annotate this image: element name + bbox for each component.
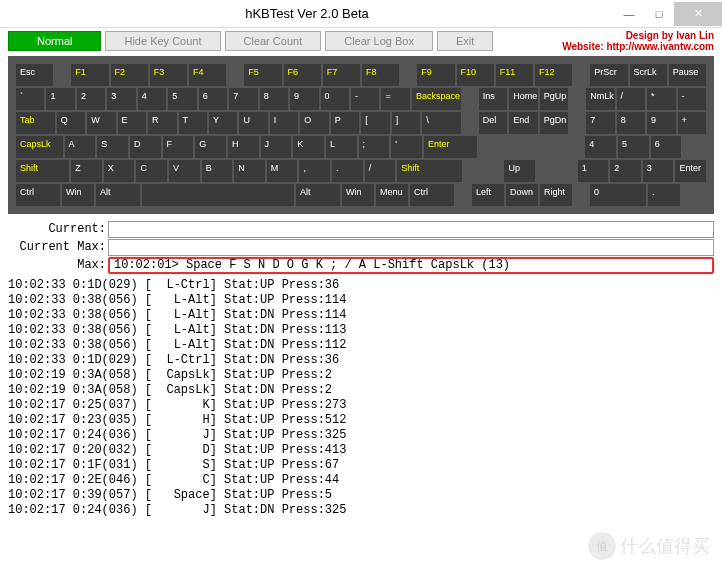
key-[interactable]: ;: [359, 136, 390, 158]
key-[interactable]: ': [391, 136, 422, 158]
key-8[interactable]: 8: [617, 112, 645, 134]
key-o[interactable]: O: [300, 112, 328, 134]
key-ctrl[interactable]: Ctrl: [410, 184, 454, 206]
key-shift[interactable]: Shift: [397, 160, 462, 182]
key-alt[interactable]: Alt: [296, 184, 340, 206]
log-box[interactable]: 10:02:33 0:1D(029) [ L-Ctrl] Stat:UP Pre…: [0, 276, 722, 526]
key-home[interactable]: Home: [509, 88, 537, 110]
key-[interactable]: ]: [392, 112, 420, 134]
clear-count-button[interactable]: Clear Count: [225, 31, 322, 51]
key-[interactable]: .: [332, 160, 363, 182]
key-e[interactable]: E: [118, 112, 146, 134]
key-6[interactable]: 6: [199, 88, 227, 110]
key-j[interactable]: J: [261, 136, 292, 158]
key-win[interactable]: Win: [62, 184, 94, 206]
key-[interactable]: `: [16, 88, 44, 110]
key-f7[interactable]: F7: [323, 64, 360, 86]
key-w[interactable]: W: [87, 112, 115, 134]
key-[interactable]: -: [351, 88, 379, 110]
key-d[interactable]: D: [130, 136, 161, 158]
key-1[interactable]: 1: [46, 88, 74, 110]
key-left[interactable]: Left: [472, 184, 504, 206]
key-[interactable]: =: [381, 88, 409, 110]
key-[interactable]: *: [647, 88, 675, 110]
key-ins[interactable]: Ins: [479, 88, 507, 110]
key-f[interactable]: F: [163, 136, 194, 158]
key-y[interactable]: Y: [209, 112, 237, 134]
key-capslk[interactable]: CapsLk: [16, 136, 63, 158]
key-0[interactable]: 0: [321, 88, 349, 110]
key-0[interactable]: 0: [590, 184, 646, 206]
key-b[interactable]: B: [202, 160, 233, 182]
key-f3[interactable]: F3: [150, 64, 187, 86]
key-blank[interactable]: [142, 184, 294, 206]
key-f11[interactable]: F11: [496, 64, 533, 86]
key-enter[interactable]: Enter: [424, 136, 477, 158]
key-n[interactable]: N: [234, 160, 265, 182]
key-f12[interactable]: F12: [535, 64, 572, 86]
key-end[interactable]: End: [509, 112, 537, 134]
key-p[interactable]: P: [331, 112, 359, 134]
exit-button[interactable]: Exit: [437, 31, 493, 51]
key-3[interactable]: 3: [107, 88, 135, 110]
key-f5[interactable]: F5: [244, 64, 281, 86]
key-f8[interactable]: F8: [362, 64, 399, 86]
key-tab[interactable]: Tab: [16, 112, 55, 134]
key-ctrl[interactable]: Ctrl: [16, 184, 60, 206]
key-f4[interactable]: F4: [189, 64, 226, 86]
normal-button[interactable]: Normal: [8, 31, 101, 51]
key-[interactable]: -: [678, 88, 706, 110]
key-right[interactable]: Right: [540, 184, 572, 206]
key-up[interactable]: Up: [504, 160, 535, 182]
key-7[interactable]: 7: [586, 112, 614, 134]
key-scrlk[interactable]: ScrLk: [630, 64, 667, 86]
key-esc[interactable]: Esc: [16, 64, 53, 86]
key-[interactable]: +: [678, 112, 706, 134]
key-2[interactable]: 2: [610, 160, 641, 182]
key-[interactable]: /: [617, 88, 645, 110]
key-[interactable]: .: [648, 184, 680, 206]
key-m[interactable]: M: [267, 160, 298, 182]
key-i[interactable]: I: [270, 112, 298, 134]
key-f6[interactable]: F6: [284, 64, 321, 86]
minimize-button[interactable]: —: [614, 2, 644, 26]
key-x[interactable]: X: [104, 160, 135, 182]
clear-log-button[interactable]: Clear Log Box: [325, 31, 433, 51]
key-f10[interactable]: F10: [457, 64, 494, 86]
key-u[interactable]: U: [239, 112, 267, 134]
key-menu[interactable]: Menu: [376, 184, 408, 206]
key-del[interactable]: Del: [479, 112, 507, 134]
key-prscr[interactable]: PrScr: [590, 64, 627, 86]
key-pgdn[interactable]: PgDn: [540, 112, 568, 134]
key-alt[interactable]: Alt: [96, 184, 140, 206]
key-v[interactable]: V: [169, 160, 200, 182]
key-g[interactable]: G: [195, 136, 226, 158]
key-down[interactable]: Down: [506, 184, 538, 206]
key-nmlk[interactable]: NmLk: [586, 88, 614, 110]
key-f1[interactable]: F1: [71, 64, 108, 86]
key-t[interactable]: T: [179, 112, 207, 134]
key-l[interactable]: L: [326, 136, 357, 158]
key-9[interactable]: 9: [290, 88, 318, 110]
key-shift[interactable]: Shift: [16, 160, 69, 182]
key-c[interactable]: C: [136, 160, 167, 182]
key-backspace[interactable]: Backspace: [412, 88, 461, 110]
key-4[interactable]: 4: [585, 136, 616, 158]
key-5[interactable]: 5: [168, 88, 196, 110]
key-f2[interactable]: F2: [111, 64, 148, 86]
key-6[interactable]: 6: [651, 136, 682, 158]
key-q[interactable]: Q: [57, 112, 85, 134]
key-[interactable]: \: [422, 112, 461, 134]
key-k[interactable]: K: [293, 136, 324, 158]
key-2[interactable]: 2: [77, 88, 105, 110]
key-1[interactable]: 1: [578, 160, 609, 182]
key-pause[interactable]: Pause: [669, 64, 706, 86]
key-enter[interactable]: Enter: [675, 160, 706, 182]
key-3[interactable]: 3: [643, 160, 674, 182]
key-s[interactable]: S: [97, 136, 128, 158]
key-5[interactable]: 5: [618, 136, 649, 158]
key-a[interactable]: A: [65, 136, 96, 158]
key-z[interactable]: Z: [71, 160, 102, 182]
key-win[interactable]: Win: [342, 184, 374, 206]
key-9[interactable]: 9: [647, 112, 675, 134]
